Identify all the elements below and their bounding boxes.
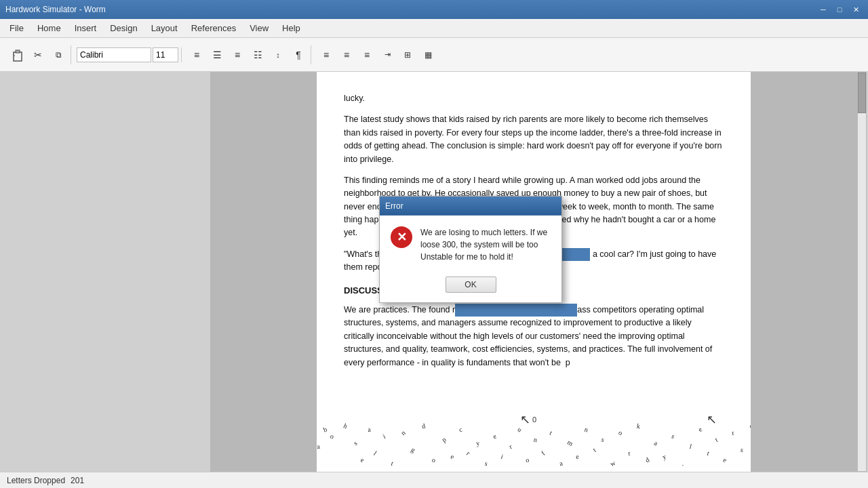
letters-animation: boahsealitngdopecryseiruonftamentsworkda… (317, 418, 751, 472)
menu-home[interactable]: Home (31, 20, 68, 36)
align-section: ≡ ☰ ≡ ☷ ↕ ¶ (184, 45, 311, 64)
menu-layout[interactable]: Layout (144, 20, 184, 36)
doc-para-5: We are practices. The found r ass compet… (344, 304, 724, 369)
maximize-button[interactable]: □ (833, 3, 846, 16)
align-right-button[interactable]: ≡ (228, 45, 247, 64)
scrollbar-area[interactable] (857, 72, 868, 472)
justify-button[interactable]: ☷ (248, 45, 267, 64)
window-title: Hardwork Simulator - Worm (5, 5, 106, 14)
letters-dropped-count: 201 (71, 476, 84, 485)
doc-para-1: lucky. (344, 92, 724, 105)
menu-design[interactable]: Design (103, 20, 144, 36)
align-left-button[interactable]: ≡ (187, 45, 206, 64)
toolbar: ✂ ⧉ ≡ ☰ ≡ ☷ ↕ ¶ ≡ ≡ ≡ ⇥ ⊞ ▦ (0, 38, 868, 72)
left-panel (0, 72, 210, 472)
align-2-button[interactable]: ≡ (317, 45, 336, 64)
paragraph-marks-button[interactable]: ¶ (289, 45, 308, 64)
error-icon: ✕ (391, 226, 412, 248)
scrollbar-track[interactable] (857, 72, 867, 472)
menu-references[interactable]: References (184, 20, 243, 36)
dialog-title: Error (385, 201, 403, 211)
indent-button[interactable]: ⇥ (378, 45, 397, 64)
letters-dropped-label: Letters Dropped (7, 476, 65, 485)
align-4-button[interactable]: ≡ (357, 45, 376, 64)
dialog-body: ✕ We are losing to much letters. If we l… (380, 216, 561, 271)
table-button[interactable]: ▦ (418, 45, 437, 64)
border-button[interactable]: ⊞ (398, 45, 417, 64)
font-name-input[interactable] (77, 47, 151, 62)
dialog-footer: OK (380, 271, 561, 302)
cut-button[interactable]: ✂ (28, 45, 47, 64)
menu-help[interactable]: Help (275, 20, 307, 36)
menu-file[interactable]: File (3, 20, 31, 36)
paste-button[interactable] (8, 45, 27, 64)
svg-rect-0 (14, 52, 22, 61)
close-button[interactable]: ✕ (849, 3, 863, 16)
font-section (74, 47, 182, 62)
title-bar: Hardwork Simulator - Worm ─ □ ✕ (0, 0, 868, 19)
font-size-input[interactable] (153, 47, 178, 62)
line-spacing-button[interactable]: ↕ (269, 45, 288, 64)
ok-button[interactable]: OK (446, 277, 496, 293)
menu-insert[interactable]: Insert (68, 20, 104, 36)
dialog-header: Error (380, 197, 561, 216)
menu-view[interactable]: View (243, 20, 275, 36)
minimize-button[interactable]: ─ (816, 3, 830, 16)
status-bar: Letters Dropped 201 (0, 472, 868, 488)
doc-para-2: The latest study shows that kids raised … (344, 113, 724, 166)
indent-section: ≡ ≡ ≡ ⇥ ⊞ ▦ (314, 45, 440, 64)
clipboard-section: ✂ ⧉ (5, 45, 71, 64)
svg-rect-1 (16, 50, 20, 53)
dialog-message: We are losing to much letters. If we loo… (420, 226, 551, 263)
window-controls: ─ □ ✕ (816, 3, 863, 16)
menu-bar: File Home Insert Design Layout Reference… (0, 19, 868, 38)
error-dialog: Error ✕ We are losing to much letters. I… (379, 196, 562, 303)
scrollbar-thumb[interactable] (858, 73, 866, 113)
align-center-button[interactable]: ☰ (208, 45, 226, 64)
copy-button[interactable]: ⧉ (49, 45, 68, 64)
align-3-button[interactable]: ≡ (337, 45, 356, 64)
